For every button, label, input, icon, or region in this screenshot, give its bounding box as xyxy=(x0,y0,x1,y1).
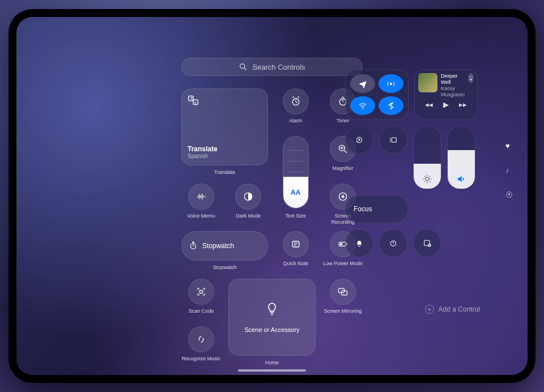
control-recognize-music[interactable]: Recognize Music xyxy=(181,326,221,366)
svg-line-56 xyxy=(430,181,431,182)
play-button[interactable]: ▶ xyxy=(443,100,449,109)
text-size-slider[interactable]: AA xyxy=(283,136,309,208)
svg-line-58 xyxy=(430,176,431,177)
wifi-icon xyxy=(358,101,367,110)
shazam-icon xyxy=(196,334,207,345)
focus-button[interactable]: Focus xyxy=(345,195,409,223)
stopwatch-icon xyxy=(189,241,198,250)
svg-rect-35 xyxy=(340,243,342,245)
ipad-frame: Search Controls 文A Translate Spanish Tra… xyxy=(8,9,536,383)
timer-shortcut[interactable] xyxy=(379,229,407,257)
scan-code-label: Scan Code xyxy=(181,308,221,314)
quick-note-label: Quick Note xyxy=(276,261,316,267)
search-controls-field[interactable]: Search Controls xyxy=(181,58,363,76)
now-playing-module[interactable]: Deeper Well Kacey Musgraves ◂◂ ▶ ▸▸ xyxy=(414,69,478,120)
svg-rect-42 xyxy=(359,139,360,140)
control-dark-mode[interactable]: Dark Mode xyxy=(228,184,268,223)
control-text-size[interactable]: AA Text Size xyxy=(276,136,316,223)
screen-mirroring-label: Screen Mirroring xyxy=(323,308,363,314)
now-playing-artist: Kacey Musgraves xyxy=(441,86,465,98)
svg-rect-29 xyxy=(193,242,194,242)
translate-icon: 文A xyxy=(188,95,199,106)
silent-mode-toggle[interactable] xyxy=(345,229,373,257)
control-home[interactable]: Scene or Accessory Home xyxy=(228,279,315,366)
page-connect-icon[interactable]: ⦿ xyxy=(505,190,513,199)
brightness-slider[interactable] xyxy=(413,126,441,189)
svg-line-1 xyxy=(244,68,246,70)
orientation-lock-toggle[interactable] xyxy=(345,126,373,154)
svg-point-49 xyxy=(390,141,391,142)
control-screen-mirroring[interactable]: Screen Mirroring xyxy=(323,279,363,318)
volume-slider[interactable] xyxy=(447,126,475,189)
control-stopwatch[interactable]: Stopwatch Stopwatch xyxy=(181,231,268,271)
control-quick-note[interactable]: Quick Note xyxy=(276,231,316,271)
svg-line-9 xyxy=(292,97,294,98)
screen: Search Controls 文A Translate Spanish Tra… xyxy=(16,17,528,375)
stage-manager-icon xyxy=(389,135,398,144)
svg-line-10 xyxy=(298,97,299,98)
stopwatch-label: Stopwatch xyxy=(213,265,237,271)
bell-icon xyxy=(355,238,364,248)
rewind-button[interactable]: ◂◂ xyxy=(425,100,433,109)
voice-memo-label: Voice Memo xyxy=(181,213,221,219)
svg-text:文: 文 xyxy=(190,96,193,100)
svg-point-0 xyxy=(240,64,245,69)
controls-gallery-panel: Search Controls 文A Translate Spanish Tra… xyxy=(181,58,363,366)
lightbulb-icon xyxy=(265,301,279,316)
alarm-label: Alarm xyxy=(276,118,316,124)
add-control-label: Add a Control xyxy=(439,305,480,313)
search-placeholder: Search Controls xyxy=(252,63,305,71)
page-indicator-rail[interactable]: ♥ ♪ ⦿ xyxy=(505,142,513,199)
screen-mirroring-icon xyxy=(337,286,348,297)
bluetooth-toggle[interactable] xyxy=(379,96,403,115)
speaker-icon xyxy=(456,174,466,184)
svg-point-26 xyxy=(341,195,344,198)
airplane-mode-toggle[interactable] xyxy=(350,74,375,93)
airplay-icon xyxy=(468,75,474,81)
text-size-label: Text Size xyxy=(276,213,316,219)
sun-icon xyxy=(422,174,432,184)
wifi-toggle[interactable] xyxy=(350,96,375,115)
translate-title: Translate xyxy=(188,145,262,153)
forward-button[interactable]: ▸▸ xyxy=(459,100,467,109)
airdrop-toggle[interactable] xyxy=(379,74,403,93)
home-indicator[interactable] xyxy=(238,369,306,372)
home-label: Home xyxy=(265,360,279,366)
airdrop-icon xyxy=(386,79,396,88)
album-art xyxy=(418,73,437,92)
svg-rect-30 xyxy=(292,241,299,247)
control-voice-memo[interactable]: Voice Memo xyxy=(181,184,221,223)
focus-label: Focus xyxy=(354,205,372,213)
svg-point-39 xyxy=(390,83,392,85)
svg-line-8 xyxy=(296,102,298,103)
stopwatch-title: Stopwatch xyxy=(202,242,234,250)
control-scan-code[interactable]: Scan Code xyxy=(181,279,221,318)
lock-rotation-icon xyxy=(355,135,364,144)
quick-note-shortcut[interactable] xyxy=(413,229,441,257)
connectivity-module[interactable] xyxy=(345,69,409,120)
voice-memo-icon xyxy=(196,191,207,202)
add-control-button[interactable]: + Add a Control xyxy=(425,305,480,314)
svg-point-47 xyxy=(390,138,391,139)
control-alarm[interactable]: Alarm xyxy=(276,88,316,128)
svg-point-50 xyxy=(426,177,429,181)
control-center-cluster: Deeper Well Kacey Musgraves ◂◂ ▶ ▸▸ xyxy=(345,69,480,263)
now-playing-title: Deeper Well xyxy=(441,73,465,86)
search-icon xyxy=(239,62,248,71)
svg-line-55 xyxy=(424,176,426,177)
airplay-audio-button[interactable] xyxy=(468,73,474,83)
recognize-music-label: Recognize Music xyxy=(181,356,221,362)
alarm-icon xyxy=(290,96,301,107)
page-favorites-icon[interactable]: ♥ xyxy=(505,142,513,150)
translate-subtitle: Spanish xyxy=(188,153,262,159)
control-translate[interactable]: 文A Translate Spanish Translate xyxy=(181,88,268,176)
dark-mode-label: Dark Mode xyxy=(228,213,268,219)
home-title: Scene or Accessory xyxy=(244,326,299,333)
page-music-icon[interactable]: ♪ xyxy=(505,166,513,174)
svg-line-57 xyxy=(424,181,426,182)
bluetooth-icon xyxy=(386,101,396,110)
airplane-icon xyxy=(358,79,367,88)
stage-manager-toggle[interactable] xyxy=(379,126,407,154)
plus-icon: + xyxy=(425,305,434,314)
note-add-icon xyxy=(423,238,432,248)
